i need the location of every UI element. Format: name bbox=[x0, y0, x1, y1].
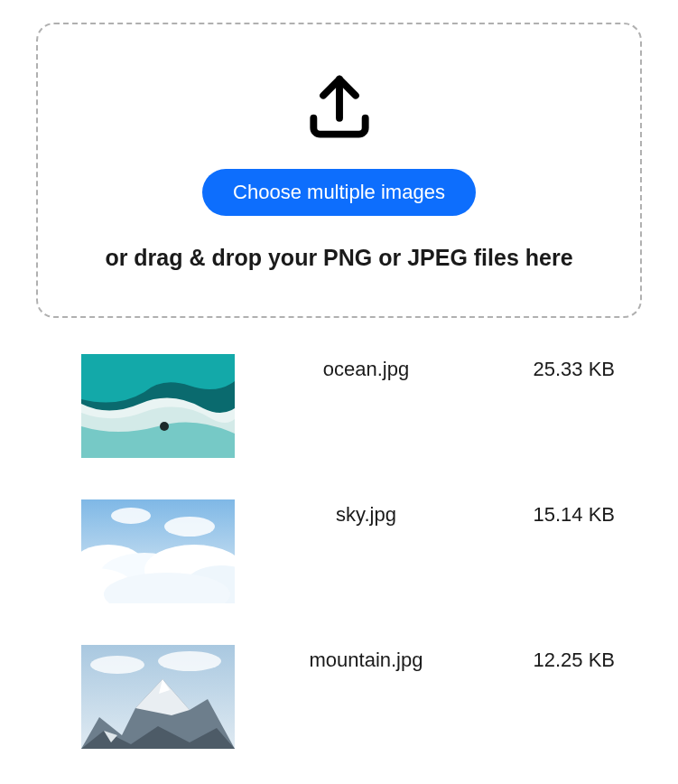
file-name: sky.jpg bbox=[235, 499, 497, 527]
choose-files-button[interactable]: Choose multiple images bbox=[202, 169, 476, 216]
file-size: 12.25 KB bbox=[497, 645, 615, 672]
file-name: ocean.jpg bbox=[235, 354, 497, 381]
file-row: sky.jpg 15.14 KB bbox=[81, 499, 615, 603]
file-list: ocean.jpg 25.33 KB bbox=[36, 354, 642, 749]
upload-dropzone[interactable]: Choose multiple images or drag & drop yo… bbox=[36, 23, 642, 318]
file-thumbnail bbox=[81, 645, 235, 749]
file-size: 25.33 KB bbox=[497, 354, 615, 381]
svg-point-10 bbox=[164, 517, 215, 537]
drag-drop-hint: or drag & drop your PNG or JPEG files he… bbox=[65, 245, 613, 271]
svg-point-9 bbox=[111, 508, 151, 524]
svg-point-1 bbox=[160, 422, 169, 431]
file-thumbnail bbox=[81, 354, 235, 458]
svg-point-12 bbox=[90, 656, 144, 674]
file-name: mountain.jpg bbox=[235, 645, 497, 672]
svg-point-13 bbox=[158, 651, 221, 671]
file-size: 15.14 KB bbox=[497, 499, 615, 527]
file-thumbnail bbox=[81, 499, 235, 603]
upload-icon bbox=[301, 70, 378, 151]
file-row: mountain.jpg 12.25 KB bbox=[81, 645, 615, 749]
file-row: ocean.jpg 25.33 KB bbox=[81, 354, 615, 458]
